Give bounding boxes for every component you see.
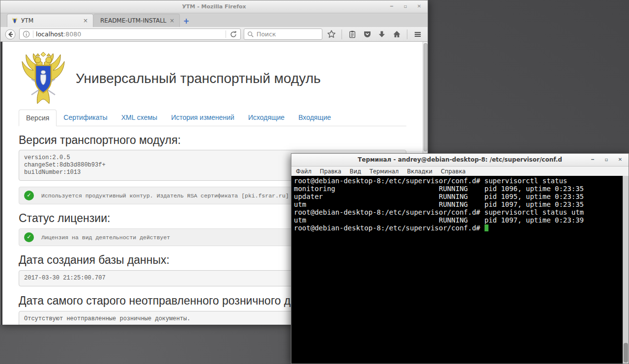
close-icon[interactable]: ✕ (416, 3, 423, 10)
menu-hamburger-icon[interactable] (412, 28, 424, 40)
tab-incoming[interactable]: Входящие (291, 110, 338, 126)
fsrar-emblem-icon (19, 52, 68, 106)
minimize-icon[interactable]: ‒ (589, 156, 596, 163)
reading-list-icon[interactable] (346, 28, 358, 40)
menu-terminal[interactable]: Терминал (370, 168, 399, 175)
search-bar[interactable] (244, 28, 322, 40)
terminal-scrollbar-thumb[interactable] (624, 343, 628, 363)
tab-label: УТМ (18, 17, 82, 24)
tab-close-icon[interactable]: × (169, 17, 175, 24)
tab-outgoing[interactable]: Исходящие (241, 110, 291, 126)
downloads-icon[interactable] (376, 28, 388, 40)
terminal-menubar: Файл Правка Вид Терминал Вкладки Справка (291, 167, 629, 176)
search-input[interactable] (257, 30, 319, 38)
tab-label: README-UTM-INSTALL (97, 17, 169, 24)
toolbar-divider (342, 29, 342, 39)
browser-tab-bar: УТМ × README-UTM-INSTALL × + (0, 13, 428, 27)
menu-tabs[interactable]: Вкладки (407, 168, 432, 175)
menu-edit[interactable]: Правка (320, 168, 342, 175)
toolbar-divider (407, 29, 407, 39)
url-host: localhost (36, 30, 63, 38)
terminal-body[interactable]: root@debian-desktop-8:/etc/supervisor/co… (291, 176, 629, 364)
back-icon[interactable] (4, 28, 16, 40)
home-icon[interactable] (391, 28, 402, 40)
url-bar[interactable]: localhost:8080 (19, 28, 241, 40)
menu-view[interactable]: Вид (350, 168, 361, 175)
browser-scrollbar-thumb[interactable] (424, 43, 428, 151)
tab-change-history[interactable]: История изменений (164, 110, 241, 126)
menu-file[interactable]: Файл (296, 168, 312, 175)
bookmark-star-icon[interactable] (325, 28, 337, 40)
pocket-icon[interactable] (361, 28, 373, 40)
url-port: :8080 (63, 30, 81, 38)
maximize-icon[interactable]: ▫ (603, 156, 610, 163)
browser-toolbar: localhost:8080 (0, 27, 428, 42)
license-status-text: Лицензия на вид деятельности действует (41, 234, 170, 241)
reload-icon[interactable] (229, 28, 238, 40)
check-circle-icon (24, 232, 34, 242)
minimize-icon[interactable]: ‒ (388, 3, 395, 10)
terminal-output: root@debian-desktop-8:/etc/supervisor/co… (294, 177, 621, 232)
terminal-scrollbar[interactable] (623, 176, 629, 364)
tab-xml-schemas[interactable]: XML схемы (114, 110, 164, 126)
page-title: Универсальный транспортный модуль (76, 71, 321, 86)
url-text[interactable]: localhost:8080 (36, 30, 223, 38)
tab-version[interactable]: Версия (19, 110, 57, 126)
terminal-window: Терминал - andrey@debian-desktop-8: /etc… (291, 153, 629, 364)
page-nav-tabs: Версия Сертификаты XML схемы История изм… (19, 110, 406, 126)
firefox-window-title: УТМ - Mozilla Firefox (182, 3, 246, 10)
tab-certificates[interactable]: Сертификаты (57, 110, 114, 126)
page-masthead: Универсальный транспортный модуль (19, 52, 406, 106)
maximize-icon[interactable]: ▫ (402, 3, 409, 10)
browser-tab-readme[interactable]: README-UTM-INSTALL × (93, 14, 180, 27)
menu-help[interactable]: Справка (441, 168, 466, 175)
urlbar-divider (226, 30, 226, 38)
firefox-titlebar[interactable]: УТМ - Mozilla Firefox ‒ ▫ ✕ (0, 0, 428, 13)
page-info-icon[interactable] (22, 30, 30, 39)
utm-favicon-icon (11, 17, 18, 24)
close-icon[interactable]: ✕ (617, 156, 624, 163)
contour-status-text: Используется продуктивный контур. Издате… (41, 193, 296, 199)
urlbar-divider (33, 30, 33, 38)
tab-close-icon[interactable]: × (82, 17, 89, 24)
heading-module-version: Версия транспортного модуля: (19, 134, 406, 147)
terminal-cursor (485, 224, 488, 231)
check-circle-icon (24, 191, 34, 200)
browser-tab-utm[interactable]: УТМ × (7, 14, 93, 27)
terminal-window-title: Терминал - andrey@debian-desktop-8: /etc… (358, 156, 562, 163)
terminal-titlebar[interactable]: Терминал - andrey@debian-desktop-8: /etc… (291, 154, 629, 167)
search-icon (247, 31, 254, 38)
new-tab-button[interactable]: + (180, 15, 193, 27)
